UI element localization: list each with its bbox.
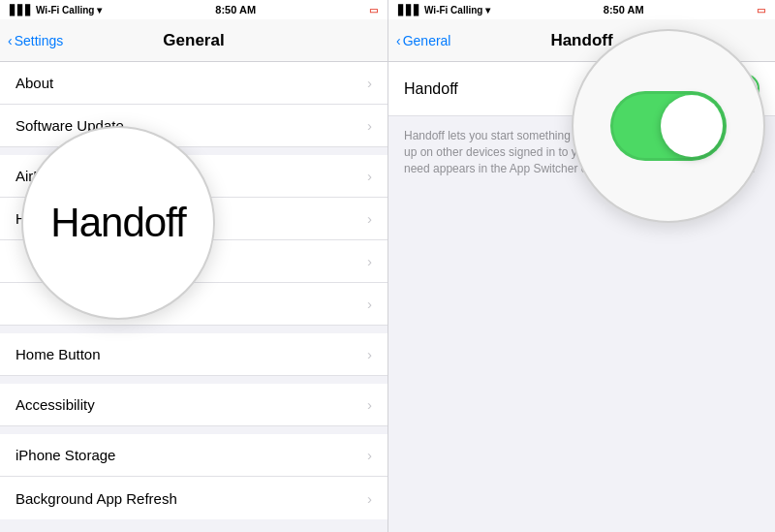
battery-icon: ▭	[369, 5, 378, 16]
list-item[interactable]: Accessibility ›	[0, 384, 388, 426]
chevron-icon: ›	[367, 447, 372, 463]
back-arrow-icon: ‹	[396, 33, 401, 48]
handoff-row-label: Handoff	[404, 80, 458, 98]
signal-icon: ▋▋▋	[10, 5, 33, 16]
wifi-calling-label: Wi-Fi Calling	[36, 5, 94, 16]
right-nav-title: Handoff	[550, 31, 612, 50]
chevron-icon: ›	[367, 490, 372, 507]
wifi-icon: ▾	[97, 5, 102, 16]
signal-icon: ▋▋▋	[398, 5, 421, 16]
section-separator	[0, 426, 388, 434]
list-item[interactable]: Home Button ›	[0, 333, 388, 376]
right-time: 8:50 AM	[604, 4, 644, 16]
list-item[interactable]: Background App Refresh ›	[0, 477, 388, 519]
left-phone-panel: ▋▋▋ Wi-Fi Calling ▾ 8:50 AM ▭ ‹ Settings…	[0, 0, 388, 532]
right-signal-area: ▋▋▋ Wi-Fi Calling ▾	[398, 5, 490, 16]
item-label: Accessibility	[16, 396, 95, 413]
battery-icon: ▭	[757, 5, 765, 16]
left-signal-area: ▋▋▋ Wi-Fi Calling ▾	[10, 5, 102, 16]
left-nav-bar: ‹ Settings General	[0, 19, 388, 62]
chevron-icon: ›	[367, 117, 372, 134]
left-time: 8:50 AM	[215, 4, 256, 16]
list-item[interactable]: iPhone Storage ›	[0, 434, 388, 477]
chevron-icon: ›	[367, 210, 372, 227]
magnify-text: Handoff	[50, 200, 185, 246]
chevron-icon: ›	[367, 296, 372, 312]
right-phone-panel: ▋▋▋ Wi-Fi Calling ▾ 8:50 AM ▭ ‹ General …	[388, 0, 775, 532]
chevron-icon: ›	[367, 253, 372, 269]
wifi-icon: ▾	[485, 5, 490, 16]
list-item[interactable]: About ›	[0, 62, 388, 105]
left-battery-area: ▭	[369, 5, 378, 16]
chevron-icon: ›	[367, 396, 372, 413]
chevron-icon: ›	[367, 75, 372, 91]
item-label: iPhone Storage	[16, 447, 115, 463]
toggle-magnify-inner[interactable]	[610, 91, 727, 161]
item-label: Home Button	[16, 346, 101, 362]
chevron-icon: ›	[367, 168, 372, 184]
left-status-bar: ▋▋▋ Wi-Fi Calling ▾ 8:50 AM ▭	[0, 0, 388, 19]
section-separator	[0, 326, 388, 333]
toggle-magnify-knob	[661, 95, 723, 157]
left-back-button[interactable]: ‹ Settings	[8, 33, 63, 48]
right-battery-area: ▭	[757, 5, 765, 16]
right-back-button[interactable]: ‹ General	[396, 33, 450, 48]
list-item[interactable]: Software Update ›	[0, 105, 388, 147]
chevron-icon: ›	[367, 346, 372, 362]
left-nav-title: General	[163, 31, 224, 50]
magnify-circle-handoff: Handoff	[21, 126, 215, 320]
right-back-label: General	[403, 33, 451, 48]
left-back-label: Settings	[15, 33, 64, 48]
right-status-bar: ▋▋▋ Wi-Fi Calling ▾ 8:50 AM ▭	[388, 0, 775, 19]
item-label: About	[16, 75, 53, 91]
back-arrow-icon: ‹	[8, 33, 13, 48]
wifi-calling-label: Wi-Fi Calling	[424, 5, 482, 16]
item-label: Background App Refresh	[16, 490, 177, 507]
magnify-circle-toggle	[572, 29, 765, 223]
section-separator	[0, 376, 388, 384]
